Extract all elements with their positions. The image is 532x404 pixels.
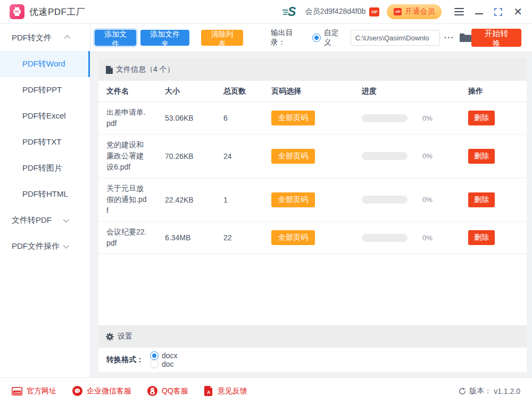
file-info-title: 文件信息（4 个） — [116, 65, 174, 74]
column-header-2: 总页数 — [223, 87, 271, 96]
refresh-icon — [459, 388, 466, 395]
svg-text:A: A — [207, 390, 211, 395]
progress-percent: 0% — [422, 196, 433, 204]
delete-button[interactable]: 删除 — [468, 149, 495, 164]
radio-selected-icon — [150, 351, 159, 360]
app-title: 优速PDF工厂 — [29, 6, 86, 18]
page-select-button[interactable]: 全部页码 — [271, 111, 315, 125]
wechat-service-icon — [72, 386, 82, 396]
sidebar-group-7[interactable]: 文件转PDF — [0, 207, 90, 233]
custom-dir-radio[interactable]: 自定义 — [312, 28, 345, 47]
document-icon — [106, 66, 113, 74]
chevron-down-icon — [63, 216, 69, 222]
add-folder-button[interactable]: 添加文件夹 — [140, 30, 189, 46]
sidebar-item-1[interactable]: PDF转Word — [0, 51, 90, 77]
file-size: 53.06KB — [165, 114, 223, 122]
sidebar-item-3[interactable]: PDF转Excel — [0, 103, 90, 129]
sidebar-item-4[interactable]: PDF转TXT — [0, 129, 90, 155]
sidebar-item-2[interactable]: PDF转PPT — [0, 77, 90, 103]
content-area: 文件信息（4 个） 文件名大小总页数页码选择进度操作 出差申请单.pdf 53.… — [90, 52, 532, 377]
settings-row: 转换格式： docx doc — [98, 348, 527, 372]
member-name: 会员2d9f428d4f0b — [305, 7, 366, 16]
browse-more-button[interactable]: ··· — [444, 33, 454, 43]
chevron-down-icon — [63, 242, 69, 248]
add-file-button[interactable]: 添加文件 — [95, 30, 136, 46]
sidebar-group-8[interactable]: PDF文件操作 — [0, 233, 90, 259]
file-pages: 1 — [223, 196, 271, 204]
qq-service-icon — [147, 386, 157, 396]
radio-selected-icon — [312, 33, 321, 42]
footer-link-3[interactable]: A 意见反馈 — [204, 386, 247, 396]
version-value: v1.1.2.0 — [494, 387, 520, 395]
sidebar-item-5[interactable]: PDF转图片 — [0, 155, 90, 181]
titlebar: PDF 优速PDF工厂 S 会员2d9f428d4f0b VIP VIP 开通会… — [0, 0, 532, 24]
footer-link-1[interactable]: 企业微信客服 — [72, 386, 131, 396]
progress-bar — [362, 196, 408, 204]
footer: .com 官方网址 企业微信客服 QQ客服 A 意见反馈 版本：v1.1.2.0 — [0, 377, 532, 404]
file-pages: 24 — [223, 152, 271, 161]
minimize-button[interactable] — [475, 13, 483, 14]
file-info-header: 文件信息（4 个） — [98, 58, 527, 81]
page-select-button[interactable]: 全部页码 — [271, 149, 315, 164]
close-button[interactable]: ✕ — [513, 6, 522, 17]
page-select-button[interactable]: 全部页码 — [271, 192, 315, 207]
delete-button[interactable]: 删除 — [468, 230, 495, 245]
open-vip-button[interactable]: VIP 开通会员 — [387, 4, 442, 19]
table-row: 党的建设和廉政公署建设6.pdf 70.26KB 24 全部页码 0% 删除 — [98, 134, 527, 178]
clear-list-button[interactable]: 清除列表 — [201, 30, 243, 46]
sidebar: PDF转文件 PDF转Word PDF转PPT PDF转Excel PDF转TX… — [0, 24, 90, 377]
start-convert-button[interactable]: 开始转换 — [471, 29, 521, 47]
progress-bar — [362, 152, 408, 160]
gear-icon — [106, 333, 114, 341]
column-header-3: 页码选择 — [271, 87, 362, 96]
delete-button[interactable]: 删除 — [468, 111, 495, 125]
table-row: 关于元旦放假的通知.pdf 22.42KB 1 全部页码 0% 删除 — [98, 178, 527, 222]
svg-text:.com: .com — [14, 391, 21, 394]
file-name: 出差申请单.pdf — [106, 107, 148, 129]
open-folder-icon[interactable] — [460, 33, 471, 43]
table-row: 出差申请单.pdf 53.06KB 6 全部页码 0% 删除 — [98, 102, 527, 134]
sidebar-group-0[interactable]: PDF转文件 — [0, 25, 90, 51]
radio-unselected-icon — [150, 360, 159, 368]
footer-link-0[interactable]: .com 官方网址 — [12, 386, 56, 396]
column-header-0: 文件名 — [106, 87, 165, 96]
progress-percent: 0% — [422, 234, 433, 242]
empty-space — [98, 254, 527, 325]
file-pages: 22 — [223, 233, 271, 242]
file-panel: 文件信息（4 个） 文件名大小总页数页码选择进度操作 出差申请单.pdf 53.… — [98, 58, 527, 372]
progress-bar — [362, 114, 408, 122]
file-size: 22.42KB — [165, 196, 223, 204]
table-row: 会议纪要22.pdf 6.34MB 22 全部页码 0% 删除 — [98, 222, 527, 254]
column-header-4: 进度 — [362, 87, 468, 96]
settings-title: 设置 — [118, 332, 132, 341]
menu-icon[interactable] — [454, 8, 464, 15]
format-label: 转换格式： — [106, 355, 144, 365]
open-vip-label: 开通会员 — [405, 7, 435, 16]
output-path-input[interactable] — [351, 30, 440, 46]
format-radio-docx[interactable]: docx — [150, 351, 178, 360]
svg-text:PDF: PDF — [15, 11, 19, 13]
output-dir-label: 输出目录： — [271, 28, 307, 47]
progress-percent: 0% — [422, 152, 433, 160]
file-pages: 6 — [223, 114, 271, 122]
progress-percent: 0% — [422, 114, 433, 122]
sidebar-item-6[interactable]: PDF转HTML — [0, 181, 90, 207]
vip-icon: VIP — [394, 8, 402, 15]
footer-link-2[interactable]: QQ客服 — [147, 386, 188, 396]
file-name: 关于元旦放假的通知.pdf — [106, 183, 148, 216]
chevron-up-icon — [64, 35, 70, 41]
format-radio-doc[interactable]: doc — [150, 360, 178, 368]
file-name: 会议纪要22.pdf — [106, 226, 148, 249]
delete-button[interactable]: 删除 — [468, 192, 495, 207]
main-area: 添加文件 添加文件夹 清除列表 输出目录： 自定义 ··· 开始转换 — [90, 24, 532, 377]
file-name: 党的建设和廉政公署建设6.pdf — [106, 139, 148, 173]
website-com-icon: .com — [12, 387, 22, 395]
user-avatar[interactable]: S — [282, 5, 298, 19]
maximize-button[interactable] — [494, 8, 502, 16]
version-label: 版本： — [469, 386, 492, 396]
member-account[interactable]: 会员2d9f428d4f0b VIP — [305, 7, 380, 16]
feedback-icon: A — [204, 386, 213, 396]
page-select-button[interactable]: 全部页码 — [271, 230, 315, 245]
toolbar: 添加文件 添加文件夹 清除列表 输出目录： 自定义 ··· 开始转换 — [90, 24, 532, 52]
file-size: 70.26KB — [165, 152, 223, 161]
